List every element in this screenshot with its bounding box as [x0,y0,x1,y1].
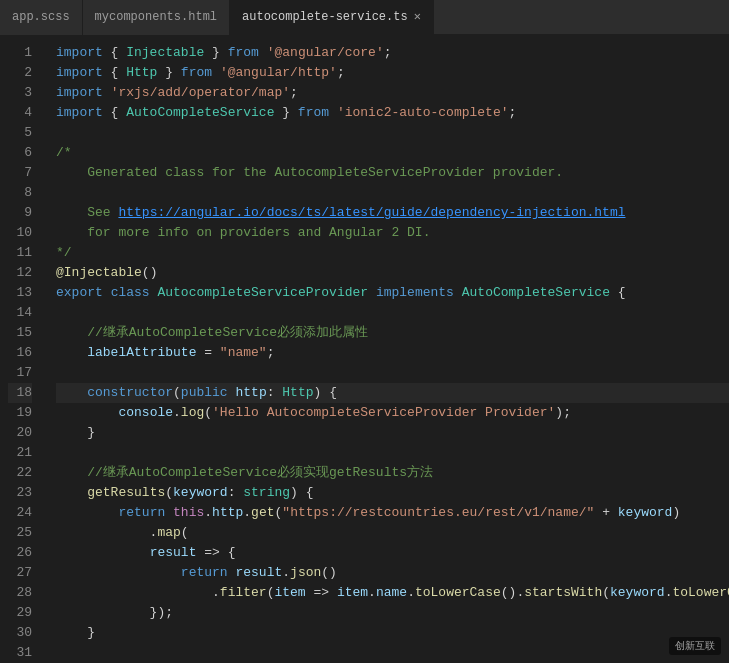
token-kw: public [181,385,228,400]
line-number: 29 [8,603,32,623]
line-number: 19 [8,403,32,423]
line-number: 26 [8,543,32,563]
token-method: log [181,405,204,420]
token-class-name: AutocompleteServiceProvider [157,285,368,300]
line-number: 25 [8,523,32,543]
tab-autocomplete-service[interactable]: autocomplete-service.ts ✕ [230,0,434,35]
code-line: } [56,423,729,443]
token-kw2: this [173,505,204,520]
code-line [56,183,729,203]
token-plain: ) { [290,485,313,500]
token-comment: Generated class for the AutocompleteServ… [56,165,563,180]
token-var: console [118,405,173,420]
close-icon[interactable]: ✕ [414,11,421,23]
tab-label: mycomponents.html [95,10,217,24]
token-kw: return [181,565,228,580]
token-plain: . [173,405,181,420]
code-line [56,443,729,463]
line-number: 2 [8,63,32,83]
line-number: 4 [8,103,32,123]
token-method: get [251,505,274,520]
token-plain: () [321,565,337,580]
line-number: 1 [8,43,32,63]
token-var: result [235,565,282,580]
line-number: 18 [8,383,32,403]
token-var: labelAttribute [87,345,196,360]
line-number: 9 [8,203,32,223]
line-number: 16 [8,343,32,363]
code-line: export class AutocompleteServiceProvider… [56,283,729,303]
token-type: Http [282,385,313,400]
line-number: 8 [8,183,32,203]
token-var: name [376,585,407,600]
token-plain: + [594,505,617,520]
code-line: Generated class for the AutocompleteServ… [56,163,729,183]
token-plain: ); [555,405,571,420]
token-plain: ; [384,45,392,60]
token-link[interactable]: https://angular.io/docs/ts/latest/guide/… [118,205,625,220]
token-plain: ; [509,105,517,120]
code-line: } [56,623,729,643]
token-kw: return [118,505,165,520]
token-str: "name" [220,345,267,360]
token-kw: class [111,285,150,300]
token-plain [165,505,173,520]
line-number: 20 [8,423,32,443]
token-type: string [243,485,290,500]
line-number: 30 [8,623,32,643]
token-kw: from [228,45,259,60]
tab-label: app.scss [12,10,70,24]
token-plain [368,285,376,300]
code-line: .map( [56,523,729,543]
token-kw: constructor [87,385,173,400]
code-line: getResults(keyword: string) { [56,483,729,503]
token-kw: import [56,45,103,60]
token-plain [56,545,150,560]
token-class-name: Http [126,65,157,80]
tab-app-scss[interactable]: app.scss [0,0,83,35]
token-plain [259,45,267,60]
token-plain: ; [337,65,345,80]
token-plain: { [103,105,126,120]
token-plain: (). [501,585,524,600]
token-kw: implements [376,285,454,300]
code-line: }); [56,603,729,623]
token-plain [454,285,462,300]
token-var: keyword [610,585,665,600]
token-plain: } [56,425,95,440]
token-kw: from [181,65,212,80]
line-number: 24 [8,503,32,523]
token-var: item [337,585,368,600]
token-plain: { [103,65,126,80]
token-method: getResults [87,485,165,500]
token-var: http [212,505,243,520]
token-var: keyword [173,485,228,500]
code-line [56,643,729,663]
token-method: filter [220,585,267,600]
token-plain: => [306,585,337,600]
token-decorator: @Injectable [56,265,142,280]
token-method: json [290,565,321,580]
token-str: '@angular/http' [220,65,337,80]
token-plain: ; [267,345,275,360]
token-plain: . [407,585,415,600]
token-plain [56,345,87,360]
token-str: '@angular/core' [267,45,384,60]
token-plain: : [267,385,283,400]
token-plain: }); [56,605,173,620]
tab-mycomponents[interactable]: mycomponents.html [83,0,230,35]
token-plain [56,385,87,400]
token-plain [56,565,181,580]
token-var: keyword [618,505,673,520]
token-comment: /* [56,145,72,160]
token-kw: from [298,105,329,120]
token-str: "https://restcountries.eu/rest/v1/name/" [282,505,594,520]
code-line [56,123,729,143]
token-method: map [157,525,180,540]
line-numbers: 1234567891011121314151617181920212223242… [0,35,40,663]
token-plain: = [196,345,219,360]
watermark: 创新互联 [669,637,721,655]
line-number: 23 [8,483,32,503]
token-comment: //继承AutoCompleteService必须实现getResults方法 [56,465,433,480]
token-plain: ( [173,385,181,400]
